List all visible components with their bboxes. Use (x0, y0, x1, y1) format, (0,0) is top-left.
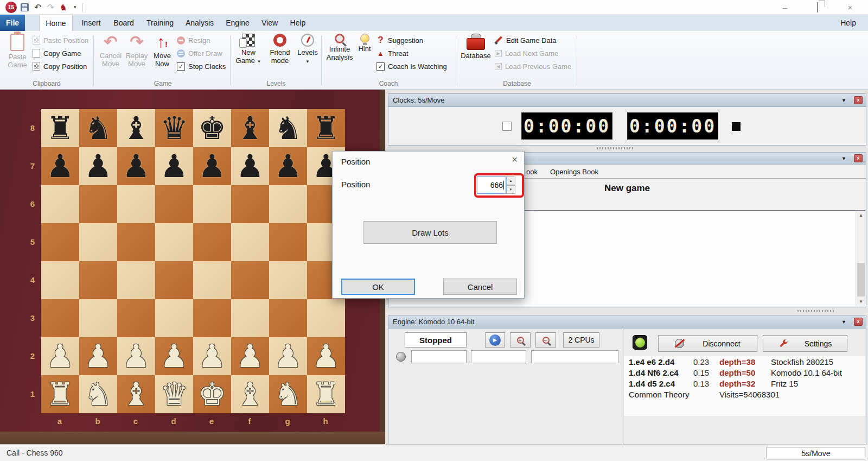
square-g2[interactable]: ♟ (269, 337, 307, 375)
square-d4[interactable] (155, 261, 193, 299)
square-h8[interactable]: ♜ (307, 109, 345, 147)
paste-game-button[interactable]: Paste Game (4, 34, 30, 70)
square-d3[interactable] (155, 299, 193, 337)
black-knight[interactable]: ♞ (274, 112, 302, 144)
black-pawn[interactable]: ♟ (198, 150, 226, 182)
square-e7[interactable]: ♟ (193, 147, 231, 185)
square-e3[interactable] (193, 299, 231, 337)
white-rook[interactable]: ♜ (312, 378, 340, 410)
white-pawn[interactable]: ♟ (46, 340, 74, 372)
splitter-handle[interactable] (797, 310, 835, 312)
notation-scrollbar[interactable]: ▲ ▼ (856, 211, 865, 306)
square-c4[interactable] (117, 261, 155, 299)
dialog-close-icon[interactable]: × (512, 155, 518, 165)
tab-engine[interactable]: Engine (221, 15, 254, 31)
scroll-up-icon[interactable]: ▲ (856, 211, 866, 220)
square-b6[interactable] (79, 185, 117, 223)
square-b5[interactable] (79, 223, 117, 261)
coach-is-watching-checkbox[interactable]: ✓ Coach Is Watching (376, 60, 447, 72)
black-pawn[interactable]: ♟ (84, 150, 112, 182)
square-g3[interactable] (269, 299, 307, 337)
copy-game-button[interactable]: Copy Game (33, 47, 81, 59)
friend-mode-button[interactable]: Friend mode (266, 34, 294, 65)
scroll-down-icon[interactable]: ▼ (856, 297, 866, 306)
zoom-out-button[interactable]: − (535, 332, 556, 348)
square-g1[interactable]: ♞ (269, 375, 307, 413)
square-h2[interactable]: ♟ (307, 337, 345, 375)
square-f3[interactable] (231, 299, 269, 337)
square-f7[interactable]: ♟ (231, 147, 269, 185)
white-pawn[interactable]: ♟ (198, 340, 226, 372)
load-next-game-button[interactable]: ▶ Load Next Game (495, 47, 558, 59)
suggestion-button[interactable]: ? Suggestion (376, 34, 423, 46)
engine-field-1[interactable] (411, 350, 467, 363)
black-king[interactable]: ♚ (198, 112, 226, 144)
draw-lots-button[interactable]: Draw Lots (363, 221, 497, 244)
white-rook[interactable]: ♜ (46, 378, 74, 410)
new-game-button[interactable]: New Game ▼ (234, 34, 263, 65)
restore-button[interactable] (810, 3, 825, 11)
black-queen[interactable]: ♛ (160, 112, 188, 144)
square-a7[interactable]: ♟ (41, 147, 79, 185)
white-knight[interactable]: ♞ (84, 378, 112, 410)
engine-line[interactable]: 1.d4 d5 2.c4 0.13 depth=32 Fritz 15 (624, 378, 865, 389)
panel-close-icon[interactable]: x (854, 96, 863, 104)
square-d1[interactable]: ♛ (155, 375, 193, 413)
black-pawn[interactable]: ♟ (122, 150, 150, 182)
white-pawn[interactable]: ♟ (274, 340, 302, 372)
hint-button[interactable]: Hint (355, 34, 374, 53)
black-bishop[interactable]: ♝ (236, 112, 264, 144)
black-pawn[interactable]: ♟ (46, 150, 74, 182)
white-knight[interactable]: ♞ (274, 378, 302, 410)
white-pawn[interactable]: ♟ (122, 340, 150, 372)
black-pawn[interactable]: ♟ (274, 150, 302, 182)
square-c8[interactable]: ♝ (117, 109, 155, 147)
redo-icon[interactable]: ↷ (47, 3, 54, 12)
tab-home[interactable]: Home (39, 15, 73, 31)
square-h1[interactable]: ♜ (307, 375, 345, 413)
square-f4[interactable] (231, 261, 269, 299)
square-c5[interactable] (117, 223, 155, 261)
tab-openings-book[interactable]: Openings Book (547, 165, 602, 179)
black-bishop[interactable]: ♝ (122, 112, 150, 144)
tab-file[interactable]: File (0, 15, 25, 31)
square-e5[interactable] (193, 223, 231, 261)
levels-button[interactable]: Levels ▼ (296, 34, 319, 64)
square-g8[interactable]: ♞ (269, 109, 307, 147)
chess-board[interactable]: ♜♞♝♛♚♝♞♜♟♟♟♟♟♟♟♟♟♟♟♟♟♟♟♟♜♞♝♛♚♝♞♜ (41, 109, 344, 413)
clocks-panel-header[interactable]: Clocks: 5s/Move ▼ x (388, 94, 866, 107)
square-c6[interactable] (117, 185, 155, 223)
engine-field-2[interactable] (471, 350, 526, 363)
square-f2[interactable]: ♟ (231, 337, 269, 375)
close-button[interactable]: × (843, 3, 857, 11)
square-a8[interactable]: ♜ (41, 109, 79, 147)
square-e6[interactable] (193, 185, 231, 223)
infinite-analysis-button[interactable]: Infinite Analysis (324, 34, 355, 62)
square-c1[interactable]: ♝ (117, 375, 155, 413)
engine-panel-header[interactable]: Engine: Komodo 10 64-bit ▼ x (388, 315, 866, 329)
connection-light-button[interactable] (633, 335, 647, 350)
minimize-button[interactable]: – (778, 3, 792, 11)
white-pawn[interactable]: ♟ (160, 340, 188, 372)
copy-position-button[interactable]: Copy Position (33, 60, 87, 72)
zoom-in-button[interactable]: + (510, 332, 531, 348)
square-a4[interactable] (41, 261, 79, 299)
edit-game-data-button[interactable]: Edit Game Data (495, 34, 557, 46)
white-pawn[interactable]: ♟ (84, 340, 112, 372)
square-f5[interactable] (231, 223, 269, 261)
engine-line[interactable]: 1.d4 Nf6 2.c4 0.15 depth=50 Komodo 10.1 … (624, 367, 865, 378)
square-d7[interactable]: ♟ (155, 147, 193, 185)
square-d6[interactable] (155, 185, 193, 223)
undo-icon[interactable]: ↶ (34, 3, 41, 12)
square-g6[interactable] (269, 185, 307, 223)
square-c7[interactable]: ♟ (117, 147, 155, 185)
panel-menu-caret-icon[interactable]: ▼ (841, 98, 846, 103)
square-a5[interactable] (41, 223, 79, 261)
cancel-move-button[interactable]: ↶ Cancel Move (98, 34, 124, 68)
square-b4[interactable] (79, 261, 117, 299)
panel-menu-caret-icon[interactable]: ▼ (841, 156, 846, 161)
tab-insert[interactable]: Insert (76, 15, 106, 31)
engine-knight-icon[interactable]: ♞ (60, 3, 67, 12)
square-a6[interactable] (41, 185, 79, 223)
black-rook[interactable]: ♜ (312, 112, 340, 144)
